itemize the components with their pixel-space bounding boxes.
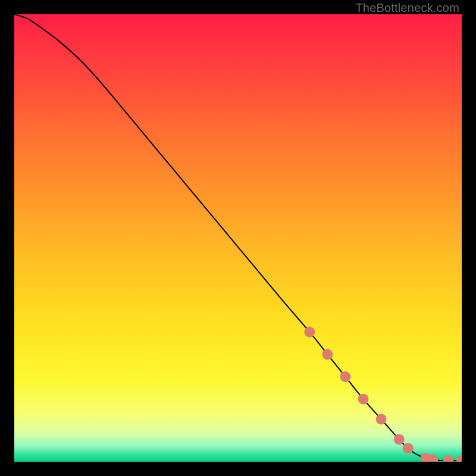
chart-svg [14, 14, 462, 462]
data-marker [340, 371, 350, 382]
data-marker [403, 443, 414, 453]
data-marker [376, 414, 387, 425]
data-marker [322, 349, 333, 360]
watermark-text: TheBottleneck.com [355, 1, 459, 15]
chart-background [14, 14, 462, 462]
data-marker [394, 434, 405, 444]
data-marker [304, 327, 315, 337]
data-marker [358, 394, 369, 405]
chart-frame [14, 14, 462, 462]
